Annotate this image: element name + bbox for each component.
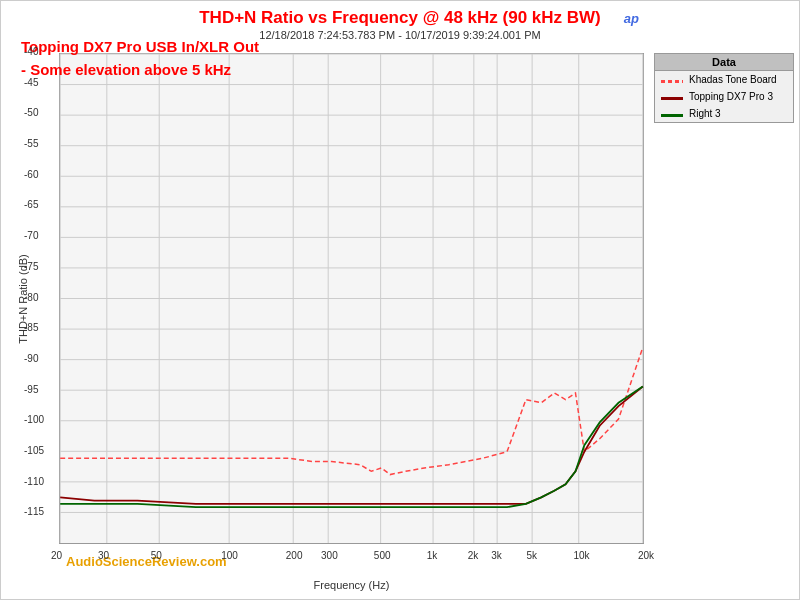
y-tick-label: -90 <box>24 353 27 364</box>
y-tick-label: -105 <box>24 445 27 456</box>
legend-item: Right 3 <box>655 105 793 122</box>
x-tick-label: 50 <box>151 550 162 561</box>
legend-item: Topping DX7 Pro 3 <box>655 88 793 105</box>
x-tick-label: 3k <box>491 550 502 561</box>
chart-area <box>59 53 644 544</box>
x-tick-label: 10k <box>573 550 589 561</box>
chart-title: THD+N Ratio vs Frequency @ 48 kHz (90 kH… <box>1 1 799 29</box>
legend-color-swatch <box>661 114 683 117</box>
legend-item-label: Topping DX7 Pro 3 <box>689 91 773 102</box>
y-tick-label: -60 <box>24 169 27 180</box>
y-tick-label: -45 <box>24 77 27 88</box>
x-tick-label: 500 <box>374 550 391 561</box>
y-tick-label: -55 <box>24 138 27 149</box>
x-tick-label: 1k <box>427 550 438 561</box>
x-tick-label: 20 <box>51 550 62 561</box>
chart-annotation: Topping DX7 Pro USB In/XLR Out - Some el… <box>21 36 259 81</box>
watermark: AudioScienceReview.com <box>66 554 227 569</box>
legend: Data Khadas Tone BoardTopping DX7 Pro 3R… <box>654 53 794 123</box>
x-tick-label: 30 <box>98 550 109 561</box>
legend-color-swatch <box>661 97 683 100</box>
y-tick-label: -85 <box>24 322 27 333</box>
x-tick-label: 300 <box>321 550 338 561</box>
y-tick-label: -70 <box>24 230 27 241</box>
legend-color-swatch <box>661 80 683 83</box>
y-tick-label: -100 <box>24 414 27 425</box>
y-tick-label: -40 <box>24 46 27 57</box>
x-axis-label: Frequency (Hz) <box>59 579 644 591</box>
x-tick-label: 100 <box>221 550 238 561</box>
y-tick-label: -110 <box>24 476 27 487</box>
chart-svg <box>60 54 643 543</box>
x-tick-label: 200 <box>286 550 303 561</box>
legend-item-label: Khadas Tone Board <box>689 74 777 85</box>
y-tick-label: -115 <box>24 506 27 517</box>
x-tick-label: 2k <box>468 550 479 561</box>
y-tick-label: -65 <box>24 199 27 210</box>
annotation-line1: Topping DX7 Pro USB In/XLR Out <box>21 36 259 59</box>
y-tick-label: -75 <box>24 261 27 272</box>
x-tick-label: 5k <box>526 550 537 561</box>
chart-container: THD+N Ratio vs Frequency @ 48 kHz (90 kH… <box>0 0 800 600</box>
annotation-line2: - Some elevation above 5 kHz <box>21 59 259 82</box>
y-tick-label: -50 <box>24 107 27 118</box>
y-tick-label: -95 <box>24 384 27 395</box>
legend-item-label: Right 3 <box>689 108 721 119</box>
ap-logo: ap <box>624 11 639 26</box>
y-tick-label: -80 <box>24 292 27 303</box>
x-tick-label: 20k <box>638 550 654 561</box>
legend-title: Data <box>655 54 793 71</box>
legend-item: Khadas Tone Board <box>655 71 793 88</box>
